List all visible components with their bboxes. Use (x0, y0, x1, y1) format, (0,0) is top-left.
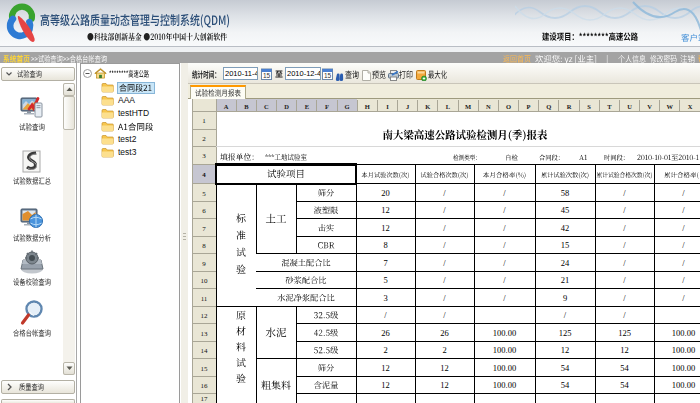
svg-text:54: 54 (561, 380, 570, 390)
svg-text:5: 5 (202, 190, 206, 198)
svg-text:12: 12 (381, 380, 390, 390)
svg-text:21: 21 (561, 275, 570, 285)
svg-text:100.00: 100.00 (672, 363, 695, 373)
svg-text:15: 15 (561, 240, 570, 250)
svg-text:125: 125 (559, 328, 572, 338)
svg-text:3: 3 (202, 152, 206, 160)
svg-text:B: B (244, 103, 249, 110)
svg-text:1: 1 (202, 117, 206, 125)
svg-text:2: 2 (442, 345, 446, 355)
svg-text:15: 15 (201, 365, 209, 373)
svg-text:100.00: 100.00 (493, 328, 516, 338)
svg-text:8: 8 (383, 240, 387, 250)
svg-text:54: 54 (620, 363, 629, 373)
svg-text:42: 42 (561, 223, 570, 233)
svg-text:58: 58 (561, 188, 570, 198)
svg-text:2: 2 (383, 345, 387, 355)
svg-text:12: 12 (440, 363, 449, 373)
svg-text:8: 8 (202, 242, 206, 250)
svg-text:X: X (688, 103, 693, 110)
svg-text:F: F (325, 103, 329, 110)
svg-text:W: W (667, 103, 674, 110)
svg-text:D: D (284, 103, 289, 110)
svg-text:G: G (345, 103, 350, 110)
svg-text:M: M (465, 103, 471, 110)
svg-text:24: 24 (561, 258, 570, 268)
svg-text:26: 26 (440, 328, 449, 338)
svg-text:9: 9 (563, 293, 567, 303)
svg-text:7: 7 (202, 225, 206, 233)
svg-text:12: 12 (201, 312, 209, 320)
svg-text:45: 45 (561, 205, 570, 215)
svg-text:2: 2 (202, 135, 206, 143)
svg-text:26: 26 (381, 328, 390, 338)
svg-text:14: 14 (201, 347, 209, 355)
svg-text:U: U (627, 103, 632, 110)
svg-text:R: R (567, 103, 572, 110)
svg-text:H: H (365, 103, 370, 110)
svg-text:125: 125 (618, 328, 631, 338)
svg-text:12: 12 (381, 363, 390, 373)
svg-text:L: L (446, 103, 451, 110)
svg-text:6: 6 (202, 207, 206, 215)
svg-text:C: C (264, 103, 269, 110)
svg-text:E: E (305, 103, 309, 110)
svg-text:20: 20 (381, 188, 390, 198)
svg-text:4: 4 (202, 171, 206, 179)
svg-text:N: N (486, 103, 491, 110)
svg-text:54: 54 (620, 380, 629, 390)
svg-text:12: 12 (381, 223, 390, 233)
svg-text:100.00: 100.00 (493, 363, 516, 373)
svg-text:10: 10 (201, 277, 209, 285)
svg-text:17: 17 (201, 395, 209, 403)
svg-text:K: K (425, 103, 430, 110)
svg-text:12: 12 (620, 345, 629, 355)
svg-text:15: 15 (324, 72, 332, 79)
svg-text:Q: Q (546, 103, 551, 110)
svg-text:11: 11 (201, 295, 208, 303)
svg-text:12: 12 (381, 205, 390, 215)
svg-text:T: T (607, 103, 612, 110)
svg-text:100.00: 100.00 (493, 345, 516, 355)
svg-text:A: A (224, 103, 229, 110)
svg-text:12: 12 (561, 345, 570, 355)
svg-text:P: P (527, 103, 531, 110)
svg-text:3: 3 (383, 293, 387, 303)
svg-text:S: S (587, 103, 591, 110)
svg-text:54: 54 (561, 363, 570, 373)
svg-text:5: 5 (383, 275, 387, 285)
svg-text:V: V (647, 103, 652, 110)
svg-text:15: 15 (263, 72, 271, 79)
svg-text:7: 7 (383, 258, 387, 268)
svg-text:100.00: 100.00 (672, 345, 695, 355)
svg-text:12: 12 (440, 380, 449, 390)
svg-text:13: 13 (201, 330, 209, 338)
svg-text:16: 16 (201, 382, 209, 390)
svg-text:100.00: 100.00 (493, 380, 516, 390)
svg-text:100.00: 100.00 (672, 380, 695, 390)
svg-text:O: O (506, 103, 511, 110)
svg-text:100.00: 100.00 (672, 328, 695, 338)
svg-text:9: 9 (202, 260, 206, 268)
